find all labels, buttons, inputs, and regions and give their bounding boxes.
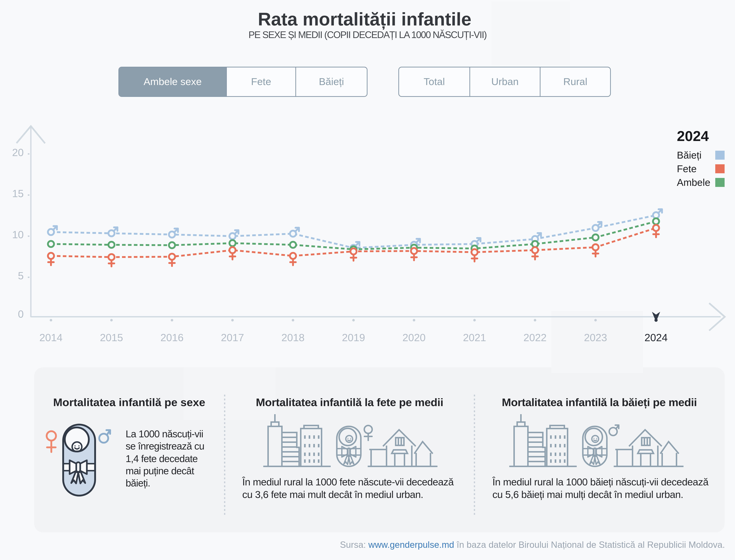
svg-text:2024: 2024 bbox=[644, 332, 668, 343]
svg-text:2017: 2017 bbox=[221, 332, 244, 343]
svg-text:2019: 2019 bbox=[342, 332, 365, 343]
svg-text:15: 15 bbox=[12, 188, 24, 199]
svg-text:2022: 2022 bbox=[524, 332, 547, 343]
svg-text:2014: 2014 bbox=[39, 332, 62, 343]
svg-text:0: 0 bbox=[18, 308, 24, 320]
svg-text:2016: 2016 bbox=[160, 332, 183, 343]
svg-text:10: 10 bbox=[12, 229, 24, 240]
svg-text:2021: 2021 bbox=[463, 332, 486, 343]
svg-text:2020: 2020 bbox=[403, 332, 426, 343]
svg-text:5: 5 bbox=[18, 270, 24, 281]
svg-text:2018: 2018 bbox=[281, 332, 304, 343]
svg-text:20: 20 bbox=[12, 147, 24, 158]
svg-text:2015: 2015 bbox=[100, 332, 123, 343]
svg-text:2023: 2023 bbox=[584, 332, 607, 343]
